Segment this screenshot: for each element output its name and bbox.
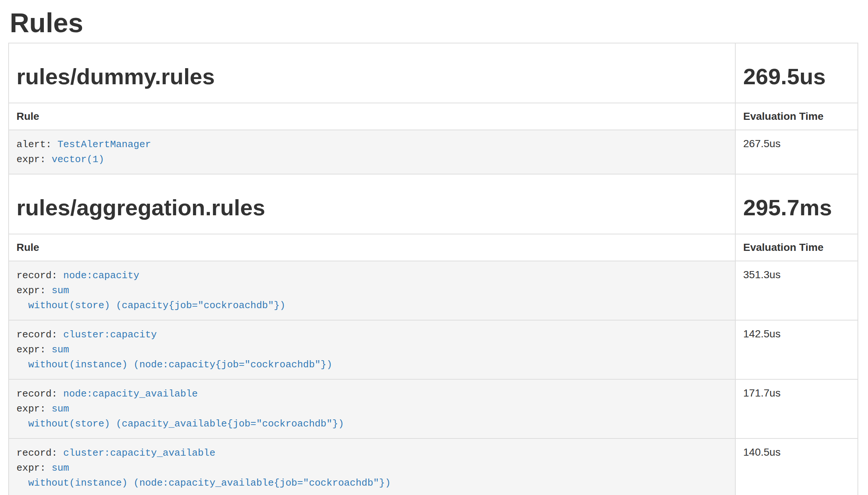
group-eval-total-cell: 295.7ms: [735, 174, 858, 234]
rule-expr-line: expr: sum without(instance) (node:capaci…: [16, 461, 727, 491]
group-file-name: rules/dummy.rules: [16, 64, 727, 89]
rule-type-label: record:: [16, 447, 63, 459]
rule-cell: record: node:capacity_availableexpr: sum…: [9, 379, 735, 438]
rule-expr-line: expr: sum without(store) (capacity_avail…: [16, 401, 727, 431]
rule-column-header: Rule: [9, 103, 735, 130]
rule-name-line: alert: TestAlertManager: [16, 137, 727, 152]
eval-time-column-header: Evaluation Time: [735, 103, 858, 130]
rules-table: rules/dummy.rules 269.5us Rule Evaluatio…: [8, 43, 858, 495]
rules-page: Rules rules/dummy.rules 269.5us Rule Eva…: [0, 8, 868, 495]
expr-link[interactable]: vector(1): [52, 154, 104, 165]
expr-label: expr:: [16, 344, 52, 355]
rule-row: record: cluster:capacityexpr: sum withou…: [9, 320, 858, 379]
group-eval-total: 295.7ms: [743, 195, 850, 220]
page-title: Rules: [10, 8, 858, 38]
group-header-row: rules/dummy.rules 269.5us: [9, 43, 858, 103]
group-file-cell: rules/dummy.rules: [9, 43, 735, 103]
rule-row: record: node:capacity_availableexpr: sum…: [9, 379, 858, 438]
rule-cell: record: cluster:capacityexpr: sum withou…: [9, 320, 735, 379]
eval-time-cell: 171.7us: [735, 379, 858, 438]
group-file-cell: rules/aggregation.rules: [9, 174, 735, 234]
group-header-row: rules/aggregation.rules 295.7ms: [9, 174, 858, 234]
rule-type-label: record:: [16, 388, 63, 400]
rule-name-link[interactable]: node:capacity: [63, 270, 139, 281]
rule-expr-line: expr: sum without(store) (capacity{job="…: [16, 283, 727, 313]
rule-name-line: record: node:capacity: [16, 268, 727, 283]
column-header-row: Rule Evaluation Time: [9, 103, 858, 130]
rule-cell: record: node:capacityexpr: sum without(s…: [9, 261, 735, 320]
eval-time-column-header: Evaluation Time: [735, 234, 858, 261]
rule-type-label: alert:: [16, 139, 57, 150]
eval-time-cell: 142.5us: [735, 320, 858, 379]
rule-name-line: record: cluster:capacity_available: [16, 446, 727, 461]
rule-row: record: cluster:capacity_availableexpr: …: [9, 438, 858, 495]
rule-name-line: record: cluster:capacity: [16, 327, 727, 342]
eval-time-cell: 267.5us: [735, 130, 858, 174]
eval-time-cell: 140.5us: [735, 438, 858, 495]
rule-expr-line: expr: sum without(instance) (node:capaci…: [16, 342, 727, 372]
group-file-name: rules/aggregation.rules: [16, 195, 727, 220]
rule-row: record: node:capacityexpr: sum without(s…: [9, 261, 858, 320]
expr-label: expr:: [16, 403, 52, 414]
rule-name-link[interactable]: cluster:capacity_available: [63, 447, 216, 459]
rule-name-link[interactable]: node:capacity_available: [63, 388, 198, 400]
rule-expr-line: expr: vector(1): [16, 152, 727, 167]
rule-name-link[interactable]: cluster:capacity: [63, 329, 157, 340]
rule-row: alert: TestAlertManagerexpr: vector(1) 2…: [9, 130, 858, 174]
rule-type-label: record:: [16, 270, 63, 281]
expr-link[interactable]: sum without(instance) (node:capacity{job…: [16, 344, 332, 370]
rule-cell: record: cluster:capacity_availableexpr: …: [9, 438, 735, 495]
column-header-row: Rule Evaluation Time: [9, 234, 858, 261]
rule-name-link[interactable]: TestAlertManager: [57, 139, 151, 150]
expr-label: expr:: [16, 285, 52, 296]
rule-type-label: record:: [16, 329, 63, 340]
group-eval-total-cell: 269.5us: [735, 43, 858, 103]
rule-column-header: Rule: [9, 234, 735, 261]
group-eval-total: 269.5us: [743, 64, 850, 89]
eval-time-cell: 351.3us: [735, 261, 858, 320]
expr-link[interactable]: sum without(store) (capacity{job="cockro…: [16, 285, 286, 311]
expr-label: expr:: [16, 462, 52, 474]
rule-name-line: record: node:capacity_available: [16, 386, 727, 401]
rule-cell: alert: TestAlertManagerexpr: vector(1): [9, 130, 735, 174]
expr-label: expr:: [16, 154, 52, 165]
expr-link[interactable]: sum without(store) (capacity_available{j…: [16, 403, 344, 429]
expr-link[interactable]: sum without(instance) (node:capacity_ava…: [16, 462, 391, 489]
